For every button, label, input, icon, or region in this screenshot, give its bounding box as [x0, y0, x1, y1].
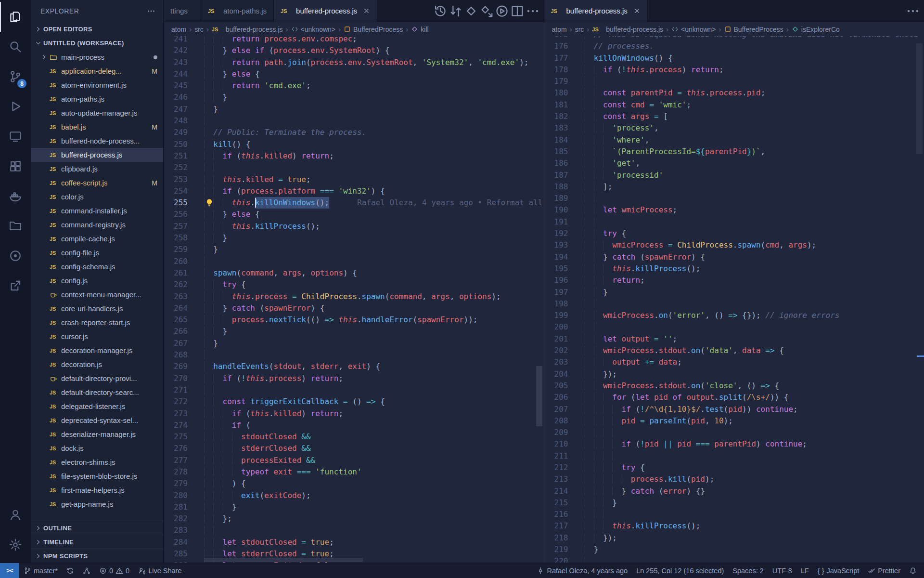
code-line-194[interactable]: 194 } catch (spawnError) { — [544, 251, 924, 263]
split-editor-icon[interactable] — [510, 4, 525, 18]
file-item-crash-reporter-start-js[interactable]: JScrash-reporter-start.js — [31, 315, 163, 329]
activity-settings[interactable] — [0, 530, 31, 560]
code-text[interactable]: try { — [585, 462, 924, 473]
line-number[interactable]: 249 — [164, 127, 204, 138]
line-number[interactable]: 197 — [544, 287, 585, 298]
vertical-scrollbar[interactable] — [536, 366, 542, 426]
code-line-192[interactable]: 192 try { — [544, 228, 924, 239]
line-number[interactable]: 193 — [544, 239, 585, 251]
line-number[interactable]: 192 — [544, 228, 585, 239]
code-text[interactable]: return 'cmd.exe'; — [204, 80, 544, 92]
breadcrumb-isexplorerco[interactable]: isExplorerCo — [792, 26, 840, 33]
line-number[interactable]: 266 — [164, 326, 204, 337]
line-number[interactable]: 264 — [164, 302, 204, 314]
line-number[interactable]: 220 — [544, 555, 585, 563]
line-number[interactable]: 177 — [544, 53, 585, 64]
line-number[interactable]: 280 — [164, 490, 204, 501]
file-item-babel-js[interactable]: JSbabel.jsM — [31, 120, 163, 134]
panel-outline[interactable]: OUTLINE — [31, 521, 163, 535]
workspace-header[interactable]: UNTITLED (WORKSPACE) — [31, 36, 163, 50]
code-text[interactable]: killOnWindows() { — [585, 53, 924, 64]
code-text[interactable]: const triggerExitCallback = () => { — [204, 396, 544, 407]
line-number[interactable]: 276 — [164, 443, 204, 454]
code-line-274[interactable]: 274 if ( — [164, 420, 544, 431]
code-text[interactable]: pid = parseInt(pid, 10); — [585, 415, 924, 427]
line-number[interactable]: 250 — [164, 139, 204, 150]
line-number[interactable]: 283 — [164, 525, 204, 536]
code-text[interactable]: const parentPid = this.process.pid; — [585, 87, 924, 99]
code-text[interactable]: stdoutClosed && — [204, 431, 544, 443]
breadcrumb-buffered-process-js[interactable]: JSbuffered-process.js — [592, 26, 663, 33]
line-number[interactable]: 202 — [544, 345, 585, 356]
code-line-245[interactable]: 245 return 'cmd.exe'; — [164, 80, 544, 92]
code-line-254[interactable]: 254 if (process.platform === 'win32') { — [164, 185, 544, 197]
code-text[interactable]: } — [204, 232, 544, 244]
code-text[interactable]: exit(exitCode); — [204, 490, 544, 501]
line-number[interactable]: 205 — [544, 380, 585, 392]
code-line-198[interactable]: 198 — [544, 298, 924, 310]
line-number[interactable]: 268 — [164, 349, 204, 361]
horizontal-scrollbar[interactable] — [204, 558, 363, 562]
line-number[interactable]: 248 — [164, 115, 204, 127]
code-line-211[interactable]: 211 — [544, 450, 924, 462]
line-number[interactable]: 269 — [164, 361, 204, 372]
line-number[interactable]: 200 — [544, 321, 585, 333]
code-line-269[interactable]: 269 handleEvents(stdout, stderr, exit) { — [164, 361, 544, 372]
code-line-208[interactable]: 208 pid = parseInt(pid, 10); — [544, 415, 924, 427]
code-line-244[interactable]: 244 } else { — [164, 68, 544, 80]
line-number[interactable]: 273 — [164, 408, 204, 420]
line-number[interactable]: 215 — [544, 497, 585, 509]
code-text[interactable]: for (let pid of output.split(/\s+/)) { — [585, 392, 924, 403]
line-number[interactable]: 211 — [544, 450, 585, 462]
line-number[interactable]: 258 — [164, 232, 204, 244]
line-number[interactable]: 190 — [544, 204, 585, 216]
more-icon[interactable] — [906, 4, 920, 18]
code-line-283[interactable]: 283 — [164, 525, 544, 536]
code-line-218[interactable]: 218 }); — [544, 532, 924, 544]
code-text[interactable] — [585, 509, 924, 520]
code-line-197[interactable]: 197 } — [544, 287, 924, 298]
panel-timeline[interactable]: TIMELINE — [31, 535, 163, 549]
live-share-status[interactable]: Live Share — [134, 563, 186, 578]
code-line-246[interactable]: 246 } — [164, 92, 544, 103]
file-item-decoration-manager-js[interactable]: JSdecoration-manager.js — [31, 343, 163, 357]
line-number[interactable]: 203 — [544, 356, 585, 368]
language-mode-status[interactable]: { }JavaScript — [813, 563, 863, 578]
file-item-command-installer-js[interactable]: JScommand-installer.js — [31, 204, 163, 218]
tab-ttings[interactable]: ttings — [164, 0, 201, 22]
activity-search[interactable] — [0, 32, 31, 62]
code-line-263[interactable]: 263 this.process = ChildProcess.spawn(co… — [164, 291, 544, 302]
line-number[interactable]: 175 — [544, 36, 585, 40]
code-text[interactable]: } — [204, 326, 544, 337]
code-text[interactable] — [204, 384, 544, 396]
file-item-delegated-listener-js[interactable]: JSdelegated-listener.js — [31, 399, 163, 413]
code-text[interactable]: handleEvents(stdout, stderr, exit) { — [204, 361, 544, 372]
code-text[interactable]: } else { — [204, 68, 544, 80]
file-item-default-directory-searc[interactable]: JSdefault-directory-searc... — [31, 385, 163, 399]
problems-status[interactable]: 00 — [95, 563, 134, 578]
diamond-arrow-icon[interactable] — [479, 4, 494, 18]
code-text[interactable]: this.killProcess(); — [585, 520, 924, 532]
line-number[interactable]: 181 — [544, 99, 585, 111]
breadcrumb-atom[interactable]: atom — [171, 26, 186, 33]
code-text[interactable] — [204, 525, 544, 536]
line-number[interactable]: 244 — [164, 68, 204, 80]
line-number[interactable]: 217 — [544, 520, 585, 532]
file-item-deprecated-syntax-sel[interactable]: JSdeprecated-syntax-sel... — [31, 413, 163, 427]
code-line-213[interactable]: 213 process.kill(pid); — [544, 473, 924, 485]
code-text[interactable] — [585, 216, 924, 228]
file-item-first-mate-helpers-js[interactable]: JSfirst-mate-helpers.js — [31, 483, 163, 497]
breadcrumb-kill[interactable]: kill — [411, 26, 428, 33]
line-number[interactable]: 265 — [164, 314, 204, 326]
code-text[interactable]: typeof exit === 'function' — [204, 466, 544, 478]
code-line-264[interactable]: 264 } catch (spawnError) { — [164, 302, 544, 314]
line-number[interactable]: 214 — [544, 486, 585, 497]
eol-status[interactable]: LF — [796, 563, 813, 578]
code-line-243[interactable]: 243 return path.join(process.env.SystemR… — [164, 57, 544, 68]
line-number[interactable]: 281 — [164, 501, 204, 513]
notifications-status[interactable] — [905, 563, 921, 578]
code-text[interactable]: } — [585, 287, 924, 298]
line-number[interactable]: 284 — [164, 537, 204, 548]
code-line-191[interactable]: 191 — [544, 216, 924, 228]
code-text[interactable]: if (this.killed) return; — [204, 150, 544, 162]
